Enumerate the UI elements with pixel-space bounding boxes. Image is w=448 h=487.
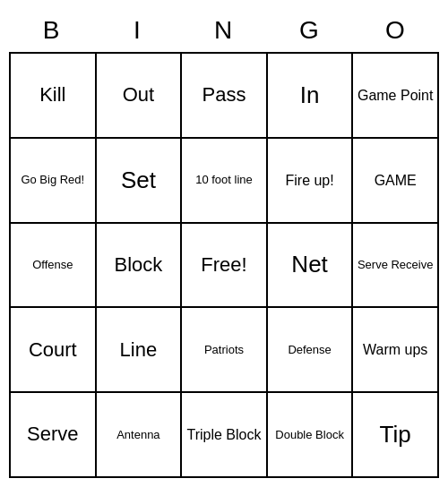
cell-1-2[interactable]: 10 foot line [182, 139, 268, 224]
cell-text-0-3: In [300, 81, 320, 109]
cell-4-3[interactable]: Double Block [268, 393, 354, 478]
cell-2-3[interactable]: Net [268, 224, 354, 309]
cell-text-2-3: Net [291, 251, 327, 278]
cell-3-1[interactable]: Line [97, 308, 183, 393]
cell-text-1-1: Set [121, 167, 156, 194]
cell-text-0-2: Pass [202, 83, 246, 107]
cell-text-2-1: Block [114, 253, 162, 277]
cell-3-3[interactable]: Defense [268, 308, 354, 393]
cell-3-2[interactable]: Patriots [182, 308, 268, 393]
header-letter-b: B [9, 9, 95, 52]
cell-3-4[interactable]: Warm ups [353, 308, 439, 393]
cell-1-4[interactable]: GAME [353, 139, 439, 224]
cell-text-4-4: Tip [380, 421, 411, 449]
cell-text-4-1: Antenna [116, 428, 159, 442]
cell-text-1-0: Go Big Red! [21, 173, 84, 187]
cell-text-4-2: Triple Block [187, 426, 262, 443]
cell-4-2[interactable]: Triple Block [182, 393, 268, 478]
cell-text-3-2: Patriots [204, 343, 244, 357]
cell-2-1[interactable]: Block [97, 224, 183, 309]
cell-text-1-4: GAME [375, 172, 417, 189]
cell-text-3-4: Warm ups [363, 341, 427, 358]
cell-text-2-0: Offense [32, 258, 73, 272]
cell-0-2[interactable]: Pass [182, 54, 268, 139]
cell-4-0[interactable]: Serve [11, 393, 97, 478]
cell-1-1[interactable]: Set [97, 139, 183, 224]
cell-0-0[interactable]: Kill [11, 54, 97, 139]
bingo-header: BINGO [9, 9, 439, 52]
cell-text-4-0: Serve [27, 423, 78, 446]
cell-0-4[interactable]: Game Point [353, 54, 439, 139]
cell-2-2[interactable]: Free! [182, 224, 268, 309]
cell-text-3-0: Court [29, 338, 77, 362]
cell-text-3-3: Defense [288, 343, 331, 357]
cell-text-0-1: Out [123, 83, 154, 107]
cell-4-4[interactable]: Tip [353, 393, 439, 478]
header-letter-n: N [181, 9, 267, 52]
cell-text-1-3: Fire up! [285, 172, 333, 189]
cell-text-2-2: Free! [201, 253, 246, 277]
cell-0-1[interactable]: Out [97, 54, 183, 139]
cell-1-3[interactable]: Fire up! [268, 139, 354, 224]
cell-0-3[interactable]: In [268, 54, 354, 139]
cell-text-4-3: Double Block [275, 428, 344, 442]
header-letter-i: I [95, 9, 181, 52]
header-letter-o: O [353, 9, 439, 52]
bingo-card: BINGO KillOutPassInGame PointGo Big Red!… [9, 9, 439, 478]
cell-3-0[interactable]: Court [11, 308, 97, 393]
bingo-grid: KillOutPassInGame PointGo Big Red!Set10 … [9, 52, 439, 478]
cell-text-3-1: Line [120, 338, 158, 362]
cell-text-0-0: Kill [39, 83, 65, 107]
cell-text-0-4: Game Point [358, 87, 433, 104]
cell-4-1[interactable]: Antenna [97, 393, 183, 478]
cell-1-0[interactable]: Go Big Red! [11, 139, 97, 224]
cell-text-2-4: Serve Receive [358, 258, 434, 272]
cell-2-0[interactable]: Offense [11, 224, 97, 309]
cell-text-1-2: 10 foot line [195, 173, 253, 187]
cell-2-4[interactable]: Serve Receive [353, 224, 439, 309]
header-letter-g: G [267, 9, 353, 52]
